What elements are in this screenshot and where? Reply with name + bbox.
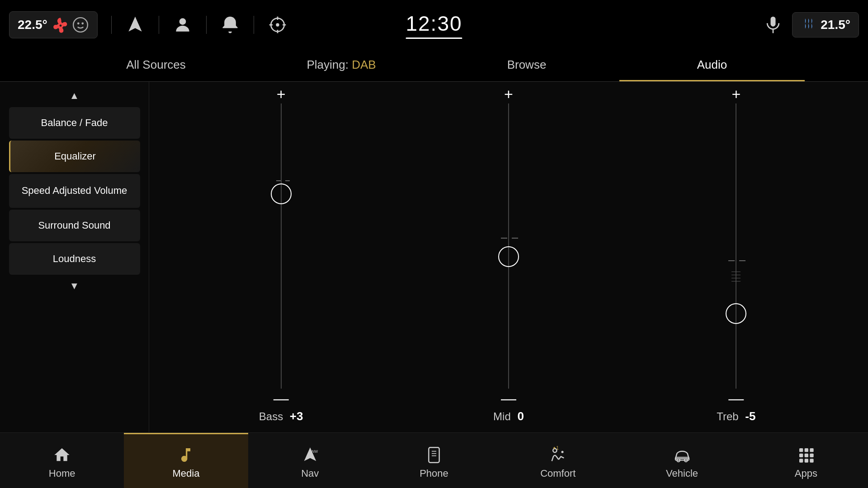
clock-time: 12:30 xyxy=(406,11,462,36)
divider-4 xyxy=(254,16,254,34)
clock: 12:30 xyxy=(406,11,462,39)
svg-rect-30 xyxy=(804,459,808,462)
nav-vehicle[interactable]: Vehicle xyxy=(620,433,744,488)
right-temp: 21.5° xyxy=(821,18,850,32)
svg-point-1 xyxy=(77,22,80,24)
navigation-icon[interactable] xyxy=(125,15,145,35)
bass-label: Bass +3 xyxy=(167,409,395,423)
svg-rect-29 xyxy=(799,459,803,462)
mid-minus-btn[interactable]: — xyxy=(501,390,516,406)
treb-track-wrapper xyxy=(718,103,754,389)
sidebar-item-speed-volume[interactable]: Speed Adjusted Volume xyxy=(9,174,140,208)
nav-media[interactable]: Media xyxy=(124,433,248,488)
treb-track xyxy=(736,103,736,389)
svg-point-18 xyxy=(561,451,564,453)
tab-all-sources[interactable]: All Sources xyxy=(63,50,249,81)
fan-icon xyxy=(52,16,69,33)
person-icon[interactable] xyxy=(173,15,193,35)
svg-rect-13 xyxy=(429,447,439,462)
music-icon xyxy=(177,446,195,464)
tab-playing[interactable]: Playing: DAB xyxy=(249,50,434,81)
sliders-container: + — + xyxy=(149,86,868,406)
microphone-icon[interactable] xyxy=(763,15,783,35)
face-icon xyxy=(72,16,89,33)
bass-handle[interactable] xyxy=(271,183,292,204)
comfort-icon: ✦1 xyxy=(549,446,567,464)
treb-handle[interactable] xyxy=(726,303,746,324)
tab-browse[interactable]: Browse xyxy=(434,50,619,81)
mid-track-wrapper xyxy=(491,103,527,389)
bell-icon[interactable] xyxy=(220,15,240,35)
nav-home[interactable]: Home xyxy=(0,433,124,488)
svg-text:✦1: ✦1 xyxy=(553,446,559,450)
treb-slider-col: + xyxy=(623,86,850,406)
treb-label: Treb -5 xyxy=(623,409,850,423)
mid-handle[interactable] xyxy=(498,246,519,267)
temp-icons-left xyxy=(52,16,89,33)
mid-track xyxy=(508,103,509,389)
svg-point-0 xyxy=(73,18,88,32)
bass-slider-col: + — xyxy=(167,86,395,406)
apps-icon xyxy=(797,446,815,464)
mid-slider-col: + — xyxy=(395,86,622,406)
left-temp: 22.5° xyxy=(18,18,47,32)
svg-point-2 xyxy=(81,22,84,24)
seat-heat-icon xyxy=(801,17,816,33)
svg-point-5 xyxy=(276,23,279,26)
svg-rect-25 xyxy=(810,448,813,452)
status-left: 22.5° xyxy=(9,11,288,38)
mid-label: Mid 0 xyxy=(395,409,622,423)
equalizer-area: + — + xyxy=(149,82,868,432)
bass-plus-btn[interactable]: + xyxy=(277,86,286,102)
divider-3 xyxy=(206,16,207,34)
main-content: ▲ Balance / Fade Equalizer Speed Adjuste… xyxy=(0,82,868,432)
divider-1 xyxy=(111,16,112,34)
svg-rect-24 xyxy=(804,448,808,452)
svg-rect-27 xyxy=(804,454,808,457)
nav-phone[interactable]: Phone xyxy=(372,433,496,488)
nav-tabs: All Sources Playing: DAB Browse Audio xyxy=(0,50,868,82)
svg-rect-26 xyxy=(799,454,803,457)
svg-rect-31 xyxy=(810,459,813,462)
sidebar-item-balance-fade[interactable]: Balance / Fade xyxy=(9,107,140,139)
bass-track-wrapper xyxy=(263,103,299,389)
clock-underline xyxy=(406,38,462,39)
treb-plus-btn[interactable]: + xyxy=(731,86,741,102)
sidebar-down-arrow[interactable]: ▼ xyxy=(70,277,80,296)
svg-rect-23 xyxy=(799,448,803,452)
phone-icon xyxy=(425,446,443,464)
bass-track xyxy=(281,103,282,389)
bass-minus-btn[interactable]: — xyxy=(274,390,289,406)
status-right: 21.5° xyxy=(763,12,859,38)
svg-point-3 xyxy=(179,18,186,25)
nav-comfort[interactable]: ✦1 Comfort xyxy=(496,433,620,488)
sidebar-item-surround-sound[interactable]: Surround Sound xyxy=(9,210,140,241)
nav-apps[interactable]: Apps xyxy=(744,433,868,488)
divider-2 xyxy=(159,16,159,34)
sidebar-item-loudness[interactable]: Loudness xyxy=(9,243,140,275)
svg-rect-10 xyxy=(771,17,776,27)
status-bar: 22.5° xyxy=(0,0,868,50)
right-temp-box[interactable]: 21.5° xyxy=(792,12,859,38)
nav-navigation[interactable]: NW Nav xyxy=(248,433,372,488)
svg-rect-28 xyxy=(810,454,813,457)
svg-text:NW: NW xyxy=(311,449,318,454)
gps-icon[interactable] xyxy=(268,15,288,35)
tab-audio[interactable]: Audio xyxy=(619,50,805,81)
bottom-nav: Home Media NW Nav Phone ✦1 xyxy=(0,432,868,488)
sidebar: ▲ Balance / Fade Equalizer Speed Adjuste… xyxy=(0,82,149,432)
treb-minus-btn[interactable]: — xyxy=(728,390,744,406)
left-temp-box[interactable]: 22.5° xyxy=(9,11,98,38)
band-labels: Bass +3 Mid 0 Treb -5 xyxy=(149,406,868,428)
nav-icon: NW xyxy=(301,446,319,464)
sidebar-item-equalizer[interactable]: Equalizer xyxy=(9,141,140,172)
vehicle-icon xyxy=(673,446,691,464)
sidebar-up-arrow[interactable]: ▲ xyxy=(70,86,80,105)
home-icon xyxy=(53,446,71,464)
mid-plus-btn[interactable]: + xyxy=(504,86,513,102)
